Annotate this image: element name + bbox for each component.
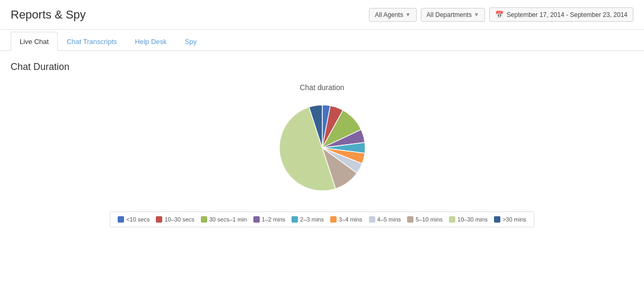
legend-label: 5–10 mins bbox=[416, 216, 443, 223]
legend-color-swatch bbox=[369, 216, 375, 223]
legend-label: 30 secs–1 min bbox=[209, 216, 247, 223]
tab-help-desk[interactable]: Help Desk bbox=[126, 32, 176, 51]
agents-label: All Agents bbox=[375, 11, 403, 19]
legend-color-swatch bbox=[449, 216, 455, 223]
calendar-icon: 📅 bbox=[495, 11, 504, 19]
date-range-label: September 17, 2014 - September 23, 2014 bbox=[507, 11, 628, 19]
date-range-button[interactable]: 📅 September 17, 2014 - September 23, 201… bbox=[489, 7, 633, 22]
main-content: Chat Duration Chat duration <10 secs10–3… bbox=[0, 51, 644, 238]
legend-item: 30 secs–1 min bbox=[201, 216, 247, 223]
legend-label: 10–30 mins bbox=[457, 216, 488, 223]
tab-live-chat[interactable]: Live Chat bbox=[11, 32, 58, 51]
legend-label: 1–2 mins bbox=[262, 216, 286, 223]
legend-label: 4–5 mins bbox=[377, 216, 401, 223]
tab-chat-transcripts[interactable]: Chat Transcripts bbox=[58, 32, 126, 51]
legend-item: 3–4 mins bbox=[330, 216, 363, 223]
section-title: Chat Duration bbox=[11, 61, 633, 73]
legend-item: 10–30 secs bbox=[156, 216, 194, 223]
legend-color-swatch bbox=[330, 216, 337, 223]
legend-item: 10–30 mins bbox=[449, 216, 488, 223]
legend-color-swatch bbox=[407, 216, 413, 223]
tab-bar: Live Chat Chat Transcripts Help Desk Spy bbox=[0, 32, 644, 51]
chart-legend: <10 secs10–30 secs30 secs–1 min1–2 mins2… bbox=[110, 211, 534, 227]
legend-label: >30 mins bbox=[502, 216, 526, 223]
legend-color-swatch bbox=[118, 216, 124, 223]
legend-label: 10–30 secs bbox=[164, 216, 194, 223]
departments-dropdown[interactable]: All Departments ▼ bbox=[421, 8, 485, 22]
legend-label: 2–3 mins bbox=[300, 216, 324, 223]
agents-arrow-icon: ▼ bbox=[405, 12, 411, 17]
chart-container: Chat duration <10 secs10–30 secs30 secs–… bbox=[11, 83, 633, 227]
legend-item: 5–10 mins bbox=[407, 216, 443, 223]
tab-spy[interactable]: Spy bbox=[176, 32, 206, 51]
page-title: Reports & Spy bbox=[11, 8, 86, 22]
pie-chart bbox=[275, 100, 370, 196]
legend-color-swatch bbox=[494, 216, 500, 223]
legend-item: >30 mins bbox=[494, 216, 526, 223]
legend-color-swatch bbox=[156, 216, 162, 223]
page-header: Reports & Spy All Agents ▼ All Departmen… bbox=[0, 0, 644, 30]
agents-dropdown[interactable]: All Agents ▼ bbox=[369, 8, 416, 22]
departments-label: All Departments bbox=[427, 11, 472, 19]
legend-item: 1–2 mins bbox=[253, 216, 286, 223]
legend-color-swatch bbox=[253, 216, 260, 223]
legend-color-swatch bbox=[201, 216, 207, 223]
legend-item: 4–5 mins bbox=[369, 216, 401, 223]
header-controls: All Agents ▼ All Departments ▼ 📅 Septemb… bbox=[369, 7, 633, 22]
legend-color-swatch bbox=[292, 216, 298, 223]
legend-item: <10 secs bbox=[118, 216, 149, 223]
legend-label: 3–4 mins bbox=[339, 216, 363, 223]
departments-arrow-icon: ▼ bbox=[474, 12, 479, 17]
legend-label: <10 secs bbox=[126, 216, 149, 223]
legend-item: 2–3 mins bbox=[292, 216, 324, 223]
chart-title: Chat duration bbox=[299, 83, 344, 92]
